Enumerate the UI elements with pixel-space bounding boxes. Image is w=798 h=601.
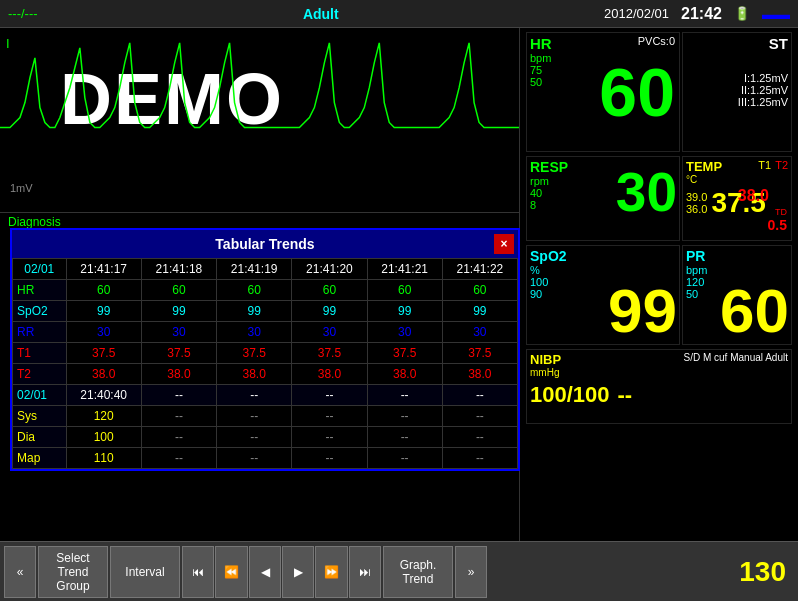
t2-val-5: 38.0 xyxy=(442,364,517,385)
rr-val-3: 30 xyxy=(292,322,367,343)
t2-val-2: 38.0 xyxy=(217,364,292,385)
temp-label: TEMP xyxy=(686,159,722,174)
table-row-sys: Sys 120 -- -- -- -- -- xyxy=(13,406,518,427)
nibp-label: NIBP xyxy=(530,352,561,367)
dia-val-1: -- xyxy=(141,427,216,448)
nav-prev-step-button[interactable]: ◀ xyxy=(249,546,281,598)
rr-val-2: 30 xyxy=(217,322,292,343)
t1-val-2: 37.5 xyxy=(217,343,292,364)
sys-val-1: -- xyxy=(141,406,216,427)
t2-label-cell: T2 xyxy=(13,364,67,385)
map-label-cell: Map xyxy=(13,448,67,469)
temp-td-val: 0.5 xyxy=(768,217,787,233)
graph-trend-button[interactable]: Graph. Trend xyxy=(383,546,453,598)
hr-val-2: 60 xyxy=(217,280,292,301)
table-row-spo2: SpO2 99 99 99 99 99 99 xyxy=(13,301,518,322)
temp-block: TEMP T1 T2 °C 39.0 36.0 37.5 38.0 xyxy=(682,156,792,241)
dia-val-2: -- xyxy=(217,427,292,448)
signal-icon: ▬▬ xyxy=(762,6,790,22)
map-val-1: -- xyxy=(141,448,216,469)
battery-icon: 🔋 xyxy=(734,6,750,21)
t1-val-3: 37.5 xyxy=(292,343,367,364)
nav-next-step-button[interactable]: ▶ xyxy=(282,546,314,598)
st-block: ST I:1.25mV II:1.25mV III:1.25mV xyxy=(682,32,792,152)
sys-val-2: -- xyxy=(217,406,292,427)
sys-val-0: 120 xyxy=(66,406,141,427)
temp-unit: °C xyxy=(686,174,788,185)
temp-val-1: 39.0 xyxy=(686,191,707,203)
nibp-info: S/D M cuf Manual Adult xyxy=(684,352,789,363)
dia-label-cell: Dia xyxy=(13,427,67,448)
sec2-col0: 02/01 xyxy=(13,385,67,406)
col-header-0: 02/01 xyxy=(13,259,67,280)
t1-val-5: 37.5 xyxy=(442,343,517,364)
sec2-col5: -- xyxy=(367,385,442,406)
st-iii-val: III:1.25mV xyxy=(686,96,788,108)
right-panel: PVCs:0 HR bpm 75 50 60 ST I:1.25mV II:1.… xyxy=(520,28,798,541)
col-header-4: 21:41:20 xyxy=(292,259,367,280)
spo2-val-1: 99 xyxy=(141,301,216,322)
t1-val-4: 37.5 xyxy=(367,343,442,364)
spo2-label-cell: SpO2 xyxy=(13,301,67,322)
nav-first-button[interactable]: ⏮ xyxy=(182,546,214,598)
temp-val-2: 36.0 xyxy=(686,203,707,215)
map-val-5: -- xyxy=(442,448,517,469)
right-number-display: 130 xyxy=(731,556,794,588)
interval-button[interactable]: Interval xyxy=(110,546,180,598)
trends-table-container: 02/01 21:41:17 21:41:18 21:41:19 21:41:2… xyxy=(12,258,518,469)
sec2-col4: -- xyxy=(292,385,367,406)
map-val-3: -- xyxy=(292,448,367,469)
hr-val-1: 60 xyxy=(141,280,216,301)
hr-val-0: 60 xyxy=(66,280,141,301)
trends-dialog-titlebar: Tabular Trends × xyxy=(12,230,518,258)
dia-val-4: -- xyxy=(367,427,442,448)
top-left-indicator: ---/--- xyxy=(8,6,38,21)
rr-val-4: 30 xyxy=(367,322,442,343)
sys-val-3: -- xyxy=(292,406,367,427)
resp-block: RESP rpm 40 8 30 xyxy=(526,156,680,241)
col-header-6: 21:41:22 xyxy=(442,259,517,280)
col-header-3: 21:41:19 xyxy=(217,259,292,280)
spo2-val-0: 99 xyxy=(66,301,141,322)
rr-val-0: 30 xyxy=(66,322,141,343)
prev-page-button[interactable]: « xyxy=(4,546,36,598)
nav-prev-button[interactable]: ⏪ xyxy=(215,546,248,598)
spo2-label: SpO2 xyxy=(530,248,676,264)
next-page-button[interactable]: » xyxy=(455,546,487,598)
st-label: ST xyxy=(686,35,788,52)
resp-value: 30 xyxy=(616,165,677,220)
dia-val-0: 100 xyxy=(66,427,141,448)
t1-val-0: 37.5 xyxy=(66,343,141,364)
nibp-block: NIBP S/D M cuf Manual Adult mmHg 100/100… xyxy=(526,349,792,424)
trends-dialog: Tabular Trends × 02/01 21:41:17 21:41:18… xyxy=(10,228,520,471)
trends-table: 02/01 21:41:17 21:41:18 21:41:19 21:41:2… xyxy=(12,258,518,469)
spo2-val-5: 99 xyxy=(442,301,517,322)
temp-t1-label: T1 xyxy=(758,159,771,171)
trends-close-button[interactable]: × xyxy=(494,234,514,254)
spo2-val-2: 99 xyxy=(217,301,292,322)
select-trend-group-button[interactable]: Select Trend Group xyxy=(38,546,108,598)
pvcs-display: PVCs:0 xyxy=(638,35,675,47)
rr-val-5: 30 xyxy=(442,322,517,343)
pr-block: PR bpm 120 50 60 xyxy=(682,245,792,345)
nibp-unit: mmHg xyxy=(530,367,788,378)
sys-val-4: -- xyxy=(367,406,442,427)
resp-temp-row: RESP rpm 40 8 30 TEMP T1 T2 °C 39 xyxy=(526,156,792,241)
t2-val-3: 38.0 xyxy=(292,364,367,385)
ecg-waveform xyxy=(0,28,519,212)
spo2-block: SpO2 % 100 90 99 xyxy=(526,245,680,345)
hr-value: 60 xyxy=(599,58,675,126)
ecg-area: I DEMO 1mV xyxy=(0,28,519,213)
main-area: I DEMO 1mV Diagnosis Tabular Trends × 0 xyxy=(0,28,798,541)
nav-next-button[interactable]: ⏩ xyxy=(315,546,348,598)
hr-block: PVCs:0 HR bpm 75 50 60 xyxy=(526,32,680,152)
hr-st-row: PVCs:0 HR bpm 75 50 60 ST I:1.25mV II:1.… xyxy=(526,32,792,152)
table-row-t2: T2 38.0 38.0 38.0 38.0 38.0 38.0 xyxy=(13,364,518,385)
dia-val-3: -- xyxy=(292,427,367,448)
pr-value: 60 xyxy=(720,280,789,342)
hr-val-4: 60 xyxy=(367,280,442,301)
sys-label-cell: Sys xyxy=(13,406,67,427)
rr-label-cell: RR xyxy=(13,322,67,343)
nav-last-button[interactable]: ⏭ xyxy=(349,546,381,598)
t1-val-1: 37.5 xyxy=(141,343,216,364)
